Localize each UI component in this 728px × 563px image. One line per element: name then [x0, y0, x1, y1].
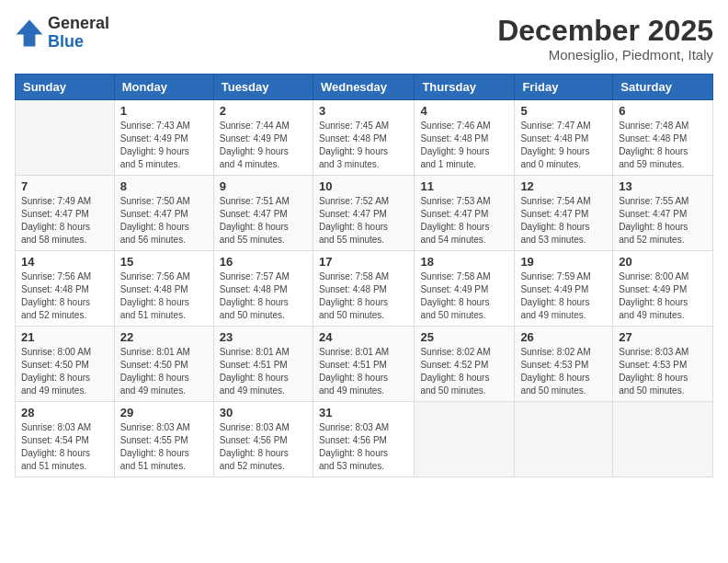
- calendar-cell: 7Sunrise: 7:49 AMSunset: 4:47 PMDaylight…: [16, 176, 115, 251]
- calendar-cell: 23Sunrise: 8:01 AMSunset: 4:51 PMDayligh…: [213, 327, 313, 402]
- day-info: Sunrise: 7:43 AMSunset: 4:49 PMDaylight:…: [120, 120, 208, 171]
- location-text: Monesiglio, Piedmont, Italy: [497, 47, 713, 63]
- calendar-table: SundayMondayTuesdayWednesdayThursdayFrid…: [15, 74, 713, 477]
- day-info: Sunrise: 8:03 AMSunset: 4:54 PMDaylight:…: [21, 421, 108, 473]
- day-info: Sunrise: 8:03 AMSunset: 4:56 PMDaylight:…: [220, 421, 307, 473]
- day-info: Sunrise: 7:46 AMSunset: 4:48 PMDaylight:…: [420, 120, 508, 171]
- day-info: Sunrise: 7:58 AMSunset: 4:48 PMDaylight:…: [319, 270, 408, 322]
- weekday-header-monday: Monday: [114, 75, 213, 100]
- day-info: Sunrise: 8:00 AMSunset: 4:50 PMDaylight:…: [21, 346, 108, 397]
- day-number: 7: [21, 179, 108, 193]
- day-number: 17: [319, 255, 408, 269]
- day-number: 22: [120, 330, 208, 344]
- calendar-cell: 29Sunrise: 8:03 AMSunset: 4:55 PMDayligh…: [114, 402, 213, 477]
- day-info: Sunrise: 7:47 AMSunset: 4:48 PMDaylight:…: [520, 120, 607, 171]
- day-info: Sunrise: 7:53 AMSunset: 4:47 PMDaylight:…: [420, 195, 508, 247]
- calendar-cell: [515, 402, 613, 477]
- page-header: General Blue December 2025 Monesiglio, P…: [15, 15, 713, 63]
- day-info: Sunrise: 8:02 AMSunset: 4:53 PMDaylight:…: [520, 346, 607, 397]
- day-number: 12: [520, 179, 607, 193]
- day-number: 25: [420, 330, 508, 344]
- weekday-header-tuesday: Tuesday: [213, 75, 313, 100]
- day-info: Sunrise: 7:48 AMSunset: 4:48 PMDaylight:…: [619, 120, 707, 171]
- day-number: 20: [619, 255, 707, 269]
- logo: General Blue: [15, 15, 109, 52]
- calendar-cell: 2Sunrise: 7:44 AMSunset: 4:49 PMDaylight…: [213, 100, 313, 176]
- day-info: Sunrise: 7:44 AMSunset: 4:49 PMDaylight:…: [220, 120, 307, 171]
- weekday-header-row: SundayMondayTuesdayWednesdayThursdayFrid…: [16, 75, 713, 100]
- calendar-cell: 24Sunrise: 8:01 AMSunset: 4:51 PMDayligh…: [313, 327, 414, 402]
- day-number: 30: [220, 406, 307, 419]
- day-info: Sunrise: 7:50 AMSunset: 4:47 PMDaylight:…: [120, 195, 208, 247]
- calendar-cell: 4Sunrise: 7:46 AMSunset: 4:48 PMDaylight…: [415, 100, 515, 176]
- day-number: 5: [520, 104, 607, 118]
- day-info: Sunrise: 7:59 AMSunset: 4:49 PMDaylight:…: [520, 270, 607, 322]
- calendar-cell: 3Sunrise: 7:45 AMSunset: 4:48 PMDaylight…: [313, 100, 414, 176]
- day-number: 29: [120, 406, 208, 419]
- day-number: 31: [319, 406, 408, 419]
- weekday-header-thursday: Thursday: [415, 75, 515, 100]
- calendar-cell: 16Sunrise: 7:57 AMSunset: 4:48 PMDayligh…: [213, 251, 313, 327]
- calendar-cell: [16, 100, 115, 176]
- day-number: 4: [420, 104, 508, 118]
- day-info: Sunrise: 7:56 AMSunset: 4:48 PMDaylight:…: [21, 270, 108, 322]
- day-number: 13: [619, 179, 707, 193]
- day-info: Sunrise: 8:01 AMSunset: 4:51 PMDaylight:…: [220, 346, 307, 397]
- day-info: Sunrise: 8:02 AMSunset: 4:52 PMDaylight:…: [420, 346, 508, 397]
- calendar-cell: 28Sunrise: 8:03 AMSunset: 4:54 PMDayligh…: [16, 402, 115, 477]
- weekday-header-friday: Friday: [515, 75, 613, 100]
- day-number: 14: [21, 255, 108, 269]
- calendar-cell: 6Sunrise: 7:48 AMSunset: 4:48 PMDaylight…: [613, 100, 713, 176]
- month-title: December 2025: [497, 15, 713, 47]
- day-number: 11: [420, 179, 508, 193]
- calendar-cell: 17Sunrise: 7:58 AMSunset: 4:48 PMDayligh…: [313, 251, 414, 327]
- calendar-cell: 10Sunrise: 7:52 AMSunset: 4:47 PMDayligh…: [313, 176, 414, 251]
- calendar-cell: [613, 402, 713, 477]
- calendar-cell: 19Sunrise: 7:59 AMSunset: 4:49 PMDayligh…: [515, 251, 613, 327]
- calendar-cell: 22Sunrise: 8:01 AMSunset: 4:50 PMDayligh…: [114, 327, 213, 402]
- calendar-cell: 9Sunrise: 7:51 AMSunset: 4:47 PMDaylight…: [213, 176, 313, 251]
- calendar-week-row: 28Sunrise: 8:03 AMSunset: 4:54 PMDayligh…: [16, 402, 713, 477]
- day-info: Sunrise: 7:55 AMSunset: 4:47 PMDaylight:…: [619, 195, 707, 247]
- day-number: 18: [420, 255, 508, 269]
- weekday-header-wednesday: Wednesday: [313, 75, 414, 100]
- day-number: 23: [220, 330, 307, 344]
- day-info: Sunrise: 7:54 AMSunset: 4:47 PMDaylight:…: [520, 195, 607, 247]
- calendar-cell: [415, 402, 515, 477]
- day-number: 28: [21, 406, 108, 419]
- calendar-cell: 14Sunrise: 7:56 AMSunset: 4:48 PMDayligh…: [16, 251, 115, 327]
- calendar-cell: 21Sunrise: 8:00 AMSunset: 4:50 PMDayligh…: [16, 327, 115, 402]
- calendar-cell: 13Sunrise: 7:55 AMSunset: 4:47 PMDayligh…: [613, 176, 713, 251]
- calendar-cell: 5Sunrise: 7:47 AMSunset: 4:48 PMDaylight…: [515, 100, 613, 176]
- day-info: Sunrise: 8:01 AMSunset: 4:50 PMDaylight:…: [120, 346, 208, 397]
- day-info: Sunrise: 8:00 AMSunset: 4:49 PMDaylight:…: [619, 270, 707, 322]
- day-number: 15: [120, 255, 208, 269]
- day-number: 3: [319, 104, 408, 118]
- calendar-cell: 31Sunrise: 8:03 AMSunset: 4:56 PMDayligh…: [313, 402, 414, 477]
- day-number: 21: [21, 330, 108, 344]
- day-number: 2: [220, 104, 307, 118]
- calendar-cell: 11Sunrise: 7:53 AMSunset: 4:47 PMDayligh…: [415, 176, 515, 251]
- calendar-cell: 26Sunrise: 8:02 AMSunset: 4:53 PMDayligh…: [515, 327, 613, 402]
- day-number: 1: [120, 104, 208, 118]
- day-number: 24: [319, 330, 408, 344]
- calendar-cell: 1Sunrise: 7:43 AMSunset: 4:49 PMDaylight…: [114, 100, 213, 176]
- day-number: 8: [120, 179, 208, 193]
- day-info: Sunrise: 7:51 AMSunset: 4:47 PMDaylight:…: [220, 195, 307, 247]
- logo-icon: [15, 18, 44, 48]
- day-number: 6: [619, 104, 707, 118]
- calendar-cell: 8Sunrise: 7:50 AMSunset: 4:47 PMDaylight…: [114, 176, 213, 251]
- calendar-cell: 18Sunrise: 7:58 AMSunset: 4:49 PMDayligh…: [415, 251, 515, 327]
- day-info: Sunrise: 8:03 AMSunset: 4:56 PMDaylight:…: [319, 421, 408, 473]
- calendar-week-row: 21Sunrise: 8:00 AMSunset: 4:50 PMDayligh…: [16, 327, 713, 402]
- day-info: Sunrise: 7:45 AMSunset: 4:48 PMDaylight:…: [319, 120, 408, 171]
- day-number: 19: [520, 255, 607, 269]
- logo-blue-text: Blue: [48, 33, 109, 52]
- day-number: 26: [520, 330, 607, 344]
- day-number: 9: [220, 179, 307, 193]
- day-info: Sunrise: 7:56 AMSunset: 4:48 PMDaylight:…: [120, 270, 208, 322]
- calendar-week-row: 1Sunrise: 7:43 AMSunset: 4:49 PMDaylight…: [16, 100, 713, 176]
- weekday-header-saturday: Saturday: [613, 75, 713, 100]
- day-info: Sunrise: 8:03 AMSunset: 4:53 PMDaylight:…: [619, 346, 707, 397]
- calendar-cell: 27Sunrise: 8:03 AMSunset: 4:53 PMDayligh…: [613, 327, 713, 402]
